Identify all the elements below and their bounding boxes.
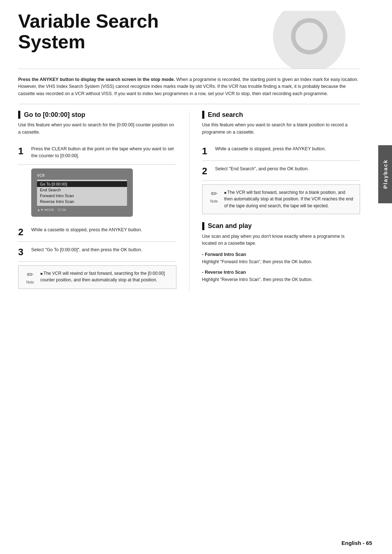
sidebar-tab: Playback: [378, 145, 392, 203]
step-num-1: 1: [18, 146, 26, 156]
end-search-step-row-2: 2 Select "End Search", and perss the OK …: [202, 161, 360, 181]
intro-paragraph: Press the ANYKEY button to display the s…: [18, 76, 360, 104]
step-text-2: While a cassette is stopped, press the A…: [31, 227, 176, 233]
step-num-3: 3: [18, 247, 26, 257]
step-text-1: Press the CLEAR button at the point on t…: [31, 146, 176, 160]
title-area: Variable Search System: [18, 11, 360, 69]
note-bullet-right: The VCR will fast forward, searching for…: [224, 189, 355, 209]
note-label-left: Note: [26, 280, 34, 284]
end-search-step-row-1: 1 While a cassette is stopped, press the…: [202, 141, 360, 161]
go-to-stop-desc: Use this feature when you want to search…: [18, 122, 176, 136]
go-to-stop-title: Go to [0:00:00] stop: [24, 111, 85, 119]
note-box-left: ✏ Note The VCR will rewind or fast forwa…: [18, 265, 176, 289]
end-search-step-text-2: Select "End Search", and perss the OK bu…: [215, 166, 360, 172]
vcr-menu-footer: ▲▼ MOVE ☑ OK: [37, 208, 127, 212]
reverse-intro-scan-text: Highlight "Reverse Intro Scan", then pre…: [202, 276, 360, 283]
vcr-menu: Go To [0:00:00] End Search Forward Intro…: [37, 180, 127, 206]
main-content: Variable Search System Press the ANYKEY …: [0, 0, 378, 554]
vcr-menu-item-1: End Search: [37, 187, 127, 193]
go-to-stop-heading: Go to [0:00:00] stop: [18, 111, 176, 119]
col-left: Go to [0:00:00] stop Use this feature wh…: [18, 111, 189, 293]
note-content-right: The VCR will fast forward, searching for…: [224, 189, 355, 209]
forward-intro-scan-heading: - Forward Intro Scan: [202, 252, 360, 257]
heading-bar: [18, 111, 20, 119]
end-search-step-num-1: 1: [202, 146, 210, 156]
vcr-menu-item-3: Reverse Intro Scan: [37, 199, 127, 204]
scan-play-desc: Use scan and play when you don't know ex…: [202, 233, 360, 247]
vcr-screen: VCR Go To [0:00:00] End Search Forward I…: [31, 168, 133, 217]
end-search-desc: Use this feature when you want to search…: [202, 122, 360, 136]
vcr-footer-ok: ☑ OK: [58, 208, 66, 212]
step-row-3: 3 Select "Go To [0:00:00]", and then pre…: [18, 242, 176, 262]
vcr-menu-item-0: Go To [0:00:00]: [37, 181, 127, 187]
vcr-menu-item-2: Forward Intro Scan: [37, 193, 127, 199]
note-bullet-left: The VCR will rewind or fast forward, sea…: [40, 270, 171, 284]
forward-intro-scan-text: Highlight "Forward Intro Scan", then pre…: [202, 258, 360, 265]
step-row-2: 2 While a cassette is stopped, press the…: [18, 222, 176, 242]
step-num-2: 2: [18, 227, 26, 237]
col-right: End search Use this feature when you wan…: [189, 111, 360, 293]
note-icon-area-left: ✏ Note: [24, 270, 37, 284]
note-box-right: ✏ Note The VCR will fast forward, search…: [202, 184, 360, 214]
two-col-layout: Go to [0:00:00] stop Use this feature wh…: [18, 111, 360, 293]
end-search-bar: [202, 111, 204, 119]
note-label-right: Note: [210, 199, 218, 203]
vcr-footer-move: ▲▼ MOVE: [37, 208, 54, 212]
scan-play-bar: [202, 222, 204, 230]
note-icon-area-right: ✏ Note: [208, 189, 221, 203]
note-pencil-icon-right: ✏: [211, 189, 217, 199]
end-search-title: End search: [208, 111, 243, 119]
intro-bold: Press the ANYKEY button to display the s…: [18, 77, 175, 82]
note-pencil-icon: ✏: [27, 270, 33, 280]
title-circle-inner-deco: [291, 18, 327, 54]
note-content-left: The VCR will rewind or fast forward, sea…: [40, 270, 171, 284]
end-search-step-num-2: 2: [202, 166, 210, 176]
end-search-step-text-1: While a cassette is stopped, press the A…: [215, 146, 360, 152]
scan-play-title: Scan and play: [208, 222, 252, 230]
scan-and-play-heading: Scan and play: [202, 222, 360, 230]
vcr-screen-label: VCR: [37, 174, 127, 178]
page-title: Variable Search System: [18, 11, 171, 52]
end-search-heading: End search: [202, 111, 360, 119]
reverse-intro-scan-heading: - Reverse Intro Scan: [202, 270, 360, 275]
sidebar-tab-label: Playback: [382, 159, 388, 189]
step-text-3: Select "Go To [0:00:00]", and then press…: [31, 247, 176, 253]
page-wrapper: Playback Variable Search System Press th…: [0, 0, 392, 554]
page-footer: English - 65: [342, 540, 372, 546]
step-row-1: 1 Press the CLEAR button at the point on…: [18, 141, 176, 165]
